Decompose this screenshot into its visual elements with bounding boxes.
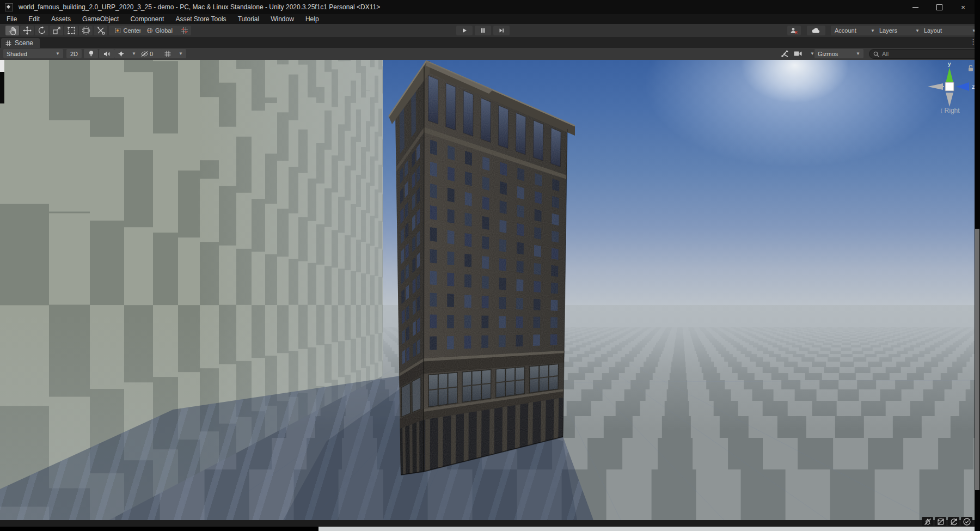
status-bar <box>0 520 980 527</box>
wrench-icon <box>781 50 789 58</box>
layout-label: Layout <box>924 27 942 34</box>
hand-tool-icon <box>8 26 17 35</box>
menu-window[interactable]: Window <box>271 15 294 23</box>
2d-label: 2D <box>70 51 78 57</box>
auto-refresh-disabled-button[interactable] <box>948 517 959 526</box>
menu-help[interactable]: Help <box>305 15 319 23</box>
tab-scene[interactable]: Scene <box>1 38 40 48</box>
move-tool-icon <box>23 26 32 35</box>
background-window-sliver-dark <box>0 72 4 103</box>
scene-tab-label: Scene <box>15 39 33 47</box>
gizmos-label: Gizmos <box>818 51 838 57</box>
grid-visibility-dropdown[interactable]: ▼ <box>161 49 186 58</box>
space-label: Global <box>155 27 173 34</box>
chevron-down-icon: ▼ <box>915 28 920 33</box>
chevron-down-icon: ▼ <box>179 51 183 56</box>
axis-y-cone[interactable] <box>946 68 953 83</box>
progress-idle-icon <box>963 517 971 526</box>
draw-mode-dropdown[interactable]: Shaded▼ <box>3 49 63 58</box>
axis-neg-cone-down[interactable] <box>946 93 953 107</box>
unity-app-icon <box>5 3 13 11</box>
menu-component[interactable]: Component <box>130 15 164 23</box>
center-pivot-icon <box>114 27 121 34</box>
hand-tool-button[interactable] <box>5 26 19 35</box>
pause-icon <box>480 27 486 34</box>
maximize-button[interactable] <box>930 1 948 13</box>
draw-mode-label: Shaded <box>7 51 27 57</box>
scene-grid-icon <box>5 40 11 46</box>
transform-tool-icon <box>82 26 90 35</box>
search-value: All <box>882 51 889 57</box>
menu-assets[interactable]: Assets <box>51 15 71 23</box>
account-dropdown[interactable]: Account▼ <box>831 26 879 35</box>
layers-label: Layers <box>879 27 897 34</box>
scene-audio-button[interactable] <box>99 49 114 58</box>
building[interactable] <box>0 60 980 520</box>
custom-tool-icon <box>96 26 105 35</box>
debugger-disabled-icon <box>923 517 932 526</box>
menu-tutorial[interactable]: Tutorial <box>238 15 260 23</box>
scale-tool-button[interactable] <box>50 26 63 35</box>
scale-tool-icon <box>52 26 61 35</box>
title-bar: world_famous_building_2.0_URP_2020_3_25 … <box>0 0 980 14</box>
unity-editor-window: world_famous_building_2.0_URP_2020_3_25 … <box>0 0 980 531</box>
scene-lighting-button[interactable] <box>84 49 98 58</box>
speaker-icon <box>103 51 111 57</box>
scene-search-input[interactable]: All <box>869 49 980 59</box>
pivot-label: Center <box>123 27 141 34</box>
panel-tab-bar: Scene ⋮ <box>0 37 980 48</box>
grid-snap-icon <box>181 27 188 34</box>
collab-button[interactable] <box>787 26 801 35</box>
camera-settings-dropdown[interactable]: ▼ <box>791 49 818 58</box>
menu-file[interactable]: File <box>7 15 17 23</box>
cloud-icon <box>812 27 820 34</box>
cache-disabled-button[interactable] <box>935 517 946 526</box>
step-button[interactable] <box>493 26 510 35</box>
grid-snapping-button[interactable] <box>177 26 191 35</box>
gizmos-dropdown[interactable]: Gizmos▼ <box>814 49 863 58</box>
close-button[interactable]: × <box>954 1 972 13</box>
play-button[interactable] <box>456 26 473 35</box>
menu-bar: FileEditAssetsGameObjectComponentAsset S… <box>0 14 980 24</box>
view-orientation-label[interactable]: ⟨ Right <box>926 107 975 114</box>
transform-tool-button[interactable] <box>79 26 93 35</box>
light-bulb-icon <box>88 50 94 57</box>
grid-icon <box>164 51 171 57</box>
lock-icon[interactable] <box>967 64 975 72</box>
menu-asset-store-tools[interactable]: Asset Store Tools <box>175 15 226 23</box>
cloud-button[interactable] <box>807 26 825 35</box>
menu-edit[interactable]: Edit <box>28 15 40 23</box>
rect-tool-icon <box>67 26 76 35</box>
menu-gameobject[interactable]: GameObject <box>82 15 119 23</box>
layout-dropdown[interactable]: Layout▼ <box>920 26 980 35</box>
axis-z-cone[interactable] <box>956 82 969 91</box>
rect-tool-button[interactable] <box>64 26 78 35</box>
custom-tool-button[interactable] <box>94 26 107 35</box>
cache-disabled-icon <box>936 517 945 526</box>
debugger-disabled-button[interactable] <box>922 517 933 526</box>
effects-icon <box>118 51 125 57</box>
play-icon <box>461 27 468 34</box>
background-window-sliver <box>0 60 4 72</box>
layers-dropdown[interactable]: Layers▼ <box>875 26 923 35</box>
scene-viewport[interactable]: yz⟨ Right <box>0 60 980 520</box>
window-title: world_famous_building_2.0_URP_2020_3_25 … <box>19 3 380 11</box>
axis-neg-cone-left[interactable] <box>928 83 943 90</box>
progress-idle-button[interactable] <box>961 517 972 526</box>
scene-effects-dropdown[interactable]: ▼ <box>114 49 139 58</box>
account-label: Account <box>835 27 856 34</box>
hidden-objects-button[interactable]: 0 <box>137 49 163 58</box>
auto-refresh-disabled-icon <box>950 517 958 526</box>
move-tool-button[interactable] <box>20 26 34 35</box>
pause-button[interactable] <box>475 26 491 35</box>
space-toggle-button[interactable]: Global <box>140 26 179 35</box>
gizmo-center-cube[interactable] <box>945 82 954 91</box>
background-window-edge <box>318 527 975 531</box>
2d-toggle-button[interactable]: 2D <box>66 49 82 58</box>
minimize-button[interactable] <box>906 1 924 13</box>
chevron-down-icon: ▼ <box>56 51 60 56</box>
scene-view-toolbar: Shaded▼ 2D ▼ 0 <box>0 48 980 60</box>
rotate-tool-button[interactable] <box>35 26 48 35</box>
camera-icon <box>794 51 802 57</box>
chevron-down-icon: ▼ <box>856 51 860 56</box>
